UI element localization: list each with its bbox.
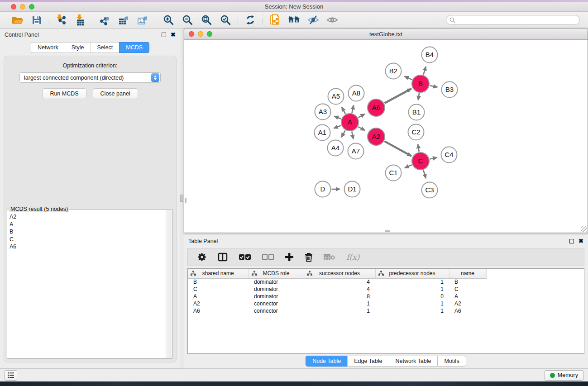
tab-edge-table[interactable]: Edge Table bbox=[347, 356, 388, 367]
graph-edge-B-B4[interactable] bbox=[423, 67, 426, 75]
import-table-icon[interactable] bbox=[73, 13, 88, 27]
result-scrollbar[interactable] bbox=[166, 210, 172, 358]
graph-edge-A-A6[interactable] bbox=[358, 114, 365, 118]
mcds-result-list[interactable]: A2ABCA6 bbox=[8, 213, 165, 357]
network-canvas[interactable]: B4 B2 B B3 A8 A5 A6 A3 B1 A C2 A1 A2 bbox=[185, 40, 587, 232]
houses-icon[interactable] bbox=[287, 13, 301, 27]
graph-node-B[interactable]: B bbox=[412, 75, 429, 92]
optimization-criterion-dropdown[interactable]: largest connected component (directed) bbox=[19, 72, 161, 83]
graph-node-B2[interactable]: B2 bbox=[386, 63, 402, 79]
table-row[interactable]: Adominator80A bbox=[188, 293, 584, 300]
zoom-check-icon[interactable] bbox=[218, 13, 233, 27]
cell-MCDS-role[interactable]: dominator bbox=[249, 286, 304, 293]
table-row[interactable]: Bdominator41B bbox=[188, 278, 584, 286]
cell-successor-nodes[interactable]: 1 bbox=[304, 300, 375, 307]
graph-edge-A2-C[interactable] bbox=[384, 141, 411, 156]
document-network-icon[interactable] bbox=[268, 13, 282, 27]
graph-edge-A-A2[interactable] bbox=[358, 127, 365, 130]
graph-edge-B-B3[interactable] bbox=[430, 86, 438, 87]
graph-node-A7[interactable]: A7 bbox=[348, 143, 364, 159]
graph-edge-A-A4[interactable] bbox=[341, 130, 345, 137]
cell-predecessor-nodes[interactable]: 1 bbox=[375, 300, 449, 307]
zoom-in-icon[interactable] bbox=[161, 13, 176, 27]
close-table-panel-icon[interactable]: ✖ bbox=[578, 239, 583, 243]
graph-edge-B-B1[interactable] bbox=[418, 93, 419, 100]
cell-shared-name[interactable]: A bbox=[188, 293, 249, 300]
checked-boxes-icon[interactable] bbox=[239, 254, 251, 260]
graph-edge-A-A7[interactable] bbox=[352, 132, 353, 139]
column-header-MCDS-role[interactable]: MCDS role bbox=[249, 269, 304, 278]
column-header-name[interactable]: name bbox=[449, 269, 486, 278]
float-table-panel-icon[interactable] bbox=[569, 239, 574, 243]
plus-icon[interactable] bbox=[285, 253, 294, 262]
result-list-item[interactable]: A bbox=[10, 221, 165, 229]
eye-slash-icon[interactable] bbox=[306, 13, 320, 27]
graph-node-A3[interactable]: A3 bbox=[315, 104, 331, 120]
table-row[interactable]: Cdominator41C bbox=[188, 286, 584, 293]
search-input[interactable] bbox=[457, 16, 579, 24]
graph-edge-C-C3[interactable] bbox=[423, 170, 426, 178]
graph-node-A2[interactable]: A2 bbox=[368, 128, 385, 145]
graph-node-B1[interactable]: B1 bbox=[409, 105, 425, 120]
task-history-button[interactable] bbox=[5, 370, 17, 381]
cell-name[interactable]: C bbox=[449, 286, 486, 293]
graph-node-C3[interactable]: C3 bbox=[422, 182, 438, 198]
cell-MCDS-role[interactable]: connector bbox=[249, 307, 304, 315]
tab-network[interactable]: Network bbox=[31, 42, 65, 53]
tab-node-table[interactable]: Node Table bbox=[306, 356, 347, 367]
graph-node-C[interactable]: C bbox=[412, 152, 429, 170]
cell-MCDS-role[interactable]: connector bbox=[249, 300, 304, 307]
cell-shared-name[interactable]: A6 bbox=[188, 307, 249, 315]
trash-icon[interactable] bbox=[305, 253, 313, 262]
graph-node-A8[interactable]: A8 bbox=[349, 86, 364, 101]
cell-name[interactable]: A2 bbox=[449, 300, 486, 307]
result-list-item[interactable]: A6 bbox=[10, 243, 165, 251]
unchecked-boxes-icon[interactable] bbox=[262, 254, 274, 260]
graph-edge-B-B2[interactable] bbox=[405, 76, 412, 80]
graph-node-A5[interactable]: A5 bbox=[328, 89, 344, 105]
graph-node-A4[interactable]: A4 bbox=[328, 140, 344, 156]
cell-shared-name[interactable]: B bbox=[188, 278, 249, 286]
table-row[interactable]: A6connector11A6 bbox=[188, 307, 584, 315]
graph-node-C4[interactable]: C4 bbox=[441, 147, 457, 163]
graph-edge-A-A8[interactable] bbox=[352, 105, 354, 113]
export-table-icon[interactable] bbox=[117, 13, 132, 27]
cell-predecessor-nodes[interactable]: 1 bbox=[375, 307, 449, 315]
graph-node-B3[interactable]: B3 bbox=[442, 82, 458, 98]
cell-MCDS-role[interactable]: dominator bbox=[249, 278, 304, 286]
zoom-out-icon[interactable] bbox=[180, 13, 195, 27]
tab-mcds[interactable]: MCDS bbox=[119, 42, 149, 53]
float-panel-icon[interactable] bbox=[162, 33, 166, 37]
close-panel-icon[interactable]: ✖ bbox=[171, 33, 176, 37]
graph-edge-A6-B[interactable] bbox=[385, 89, 411, 103]
graph-node-B4[interactable]: B4 bbox=[422, 47, 438, 63]
memory-button[interactable]: Memory bbox=[545, 370, 583, 381]
panel-splitter-handle[interactable] bbox=[180, 195, 183, 202]
result-list-item[interactable]: B bbox=[10, 228, 165, 236]
cell-successor-nodes[interactable]: 8 bbox=[304, 293, 375, 300]
column-header-shared-name[interactable]: shared name bbox=[188, 269, 249, 278]
graph-edge-C-C4[interactable] bbox=[430, 157, 437, 159]
cell-predecessor-nodes[interactable]: 0 bbox=[375, 293, 449, 300]
graph-edge-A-A1[interactable] bbox=[334, 125, 341, 128]
graph-node-A[interactable]: A bbox=[341, 114, 359, 131]
tab-motifs[interactable]: Motifs bbox=[437, 356, 466, 367]
cell-successor-nodes[interactable]: 4 bbox=[304, 278, 375, 286]
graph-edge-A-A3[interactable] bbox=[334, 116, 341, 119]
zoom-reset-icon[interactable] bbox=[199, 13, 214, 27]
graph-edge-C-C2[interactable] bbox=[418, 144, 419, 152]
gear-icon[interactable] bbox=[197, 252, 207, 262]
export-network-icon[interactable] bbox=[98, 13, 113, 27]
cell-shared-name[interactable]: A2 bbox=[188, 300, 249, 307]
tab-select[interactable]: Select bbox=[91, 42, 120, 53]
cell-name[interactable]: A bbox=[449, 293, 486, 300]
result-list-item[interactable]: A2 bbox=[10, 213, 165, 221]
window-resize-grip[interactable] bbox=[581, 226, 587, 232]
cell-shared-name[interactable]: C bbox=[188, 286, 249, 293]
table-row[interactable]: A2connector11A2 bbox=[188, 300, 584, 307]
graph-edge-C-C1[interactable] bbox=[405, 165, 412, 168]
graph-node-D1[interactable]: D1 bbox=[344, 181, 360, 197]
eye-icon[interactable] bbox=[325, 13, 339, 27]
close-panel-button[interactable]: Close panel bbox=[93, 88, 138, 99]
column-header-predecessor-nodes[interactable]: predecessor nodes bbox=[375, 269, 449, 278]
